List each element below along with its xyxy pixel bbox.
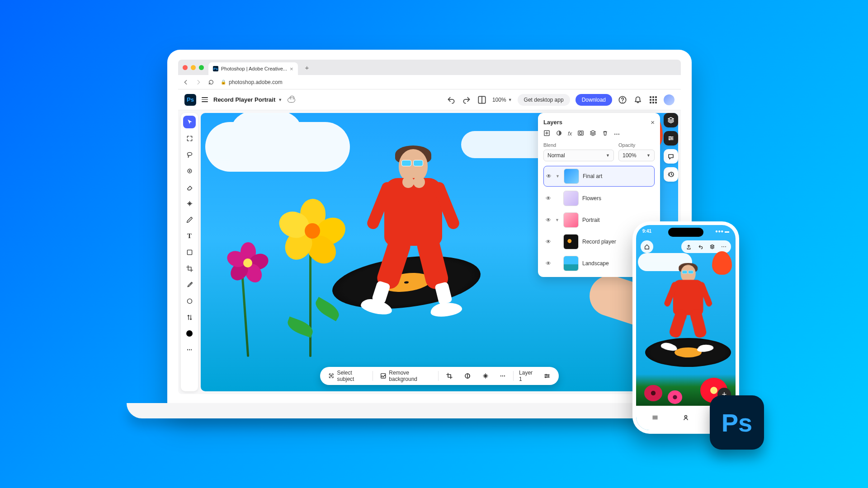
arrange-tool-icon[interactable] <box>183 311 196 324</box>
more-layer-actions-icon[interactable]: ⋯ <box>614 131 620 137</box>
canvas-art <box>644 385 662 401</box>
color-swatch[interactable] <box>183 327 196 340</box>
chevron-down-icon[interactable]: ▼ <box>555 218 560 222</box>
layer-mask-icon[interactable] <box>577 130 584 138</box>
chevron-down-icon[interactable]: ▼ <box>556 174 560 178</box>
url-text: photoshop.adobe.com <box>229 79 283 85</box>
shape-tool-icon[interactable] <box>183 246 196 258</box>
layers-panel-toggle-icon[interactable] <box>664 113 678 127</box>
canvas-art <box>712 251 732 275</box>
blend-mode-select[interactable]: Normal▼ <box>543 150 614 161</box>
layer-visibility-icon[interactable]: 👁 <box>546 173 552 179</box>
add-layer-icon[interactable] <box>543 130 550 138</box>
delete-layer-icon[interactable] <box>602 130 609 138</box>
crop-tool-icon[interactable] <box>183 262 196 275</box>
undo-icon[interactable] <box>446 95 456 105</box>
lasso-tool-icon[interactable] <box>183 148 196 161</box>
layer-row[interactable]: 👁 Flowers <box>543 188 655 208</box>
blend-label: Blend <box>543 142 614 148</box>
properties-panel-toggle-icon[interactable] <box>664 131 678 145</box>
more-tools-icon[interactable]: ⋯ <box>183 343 196 356</box>
layers-panel-title: Layers <box>543 119 562 126</box>
crop-quick-icon[interactable] <box>442 371 457 381</box>
layer-visibility-icon[interactable]: 👁 <box>545 195 552 202</box>
layout-toggle-icon[interactable] <box>477 95 487 105</box>
eyedropper-tool-icon[interactable] <box>183 278 196 291</box>
selection-tool-icon[interactable] <box>183 132 196 145</box>
layer-visibility-icon[interactable]: 👁 <box>545 217 552 223</box>
help-icon[interactable] <box>618 95 627 105</box>
browser-tab[interactable]: Ps Photoshop | Adobe Creative... × <box>208 62 298 75</box>
reload-icon[interactable] <box>208 79 214 85</box>
photoshop-app-icon: Ps <box>710 395 764 450</box>
phone-more-icon[interactable]: ⋯ <box>719 242 728 251</box>
close-tab-icon[interactable]: × <box>290 66 293 72</box>
select-subject-button[interactable]: Select subject <box>325 368 369 384</box>
address-field[interactable]: 🔒 photoshop.adobe.com <box>221 79 283 85</box>
zoom-select[interactable]: 100%▼ <box>492 97 512 103</box>
opacity-select[interactable]: 100%▼ <box>618 150 655 161</box>
new-tab-button[interactable]: + <box>305 64 309 71</box>
comments-panel-icon[interactable] <box>664 149 678 164</box>
phone-status-icons: ●●● ▬ <box>715 229 729 234</box>
ellipse-tool-icon[interactable] <box>183 295 196 307</box>
maximize-window-icon[interactable] <box>199 65 204 70</box>
tab-favicon: Ps <box>213 66 218 71</box>
laptop-frame: Ps Photoshop | Adobe Creative... × + 🔒 p… <box>167 50 692 411</box>
get-desktop-button[interactable]: Get desktop app <box>518 94 570 106</box>
cloud-sync-icon[interactable] <box>288 98 295 103</box>
download-button[interactable]: Download <box>576 94 612 106</box>
move-tool-icon[interactable] <box>183 116 196 128</box>
history-panel-icon[interactable] <box>664 167 678 182</box>
adjust-quick-icon[interactable] <box>460 371 475 381</box>
sparkle-tool-icon[interactable] <box>183 197 196 210</box>
minimize-window-icon[interactable] <box>191 65 196 70</box>
canvas-art <box>205 122 350 172</box>
document-title[interactable]: Record Player Portrait ▼ <box>213 96 282 103</box>
phone-undo-icon[interactable] <box>696 242 705 251</box>
layer-visibility-icon[interactable]: 👁 <box>545 239 552 245</box>
right-panel-strip <box>664 113 678 182</box>
phone-statusbar: 9:41 ●●● ▬ <box>642 229 729 234</box>
type-tool-icon[interactable]: T <box>183 230 196 242</box>
nav-forward-icon[interactable] <box>195 79 202 85</box>
layer-visibility-icon[interactable]: 👁 <box>545 260 552 267</box>
redo-icon[interactable] <box>462 95 472 105</box>
browser-tabstrip: Ps Photoshop | Adobe Creative... × + <box>178 60 681 75</box>
nav-back-icon[interactable] <box>183 79 189 85</box>
app-header: Ps Record Player Portrait ▼ 100%▼ Get de… <box>178 89 681 110</box>
close-window-icon[interactable] <box>183 65 188 70</box>
chevron-down-icon: ▼ <box>278 98 282 102</box>
layer-thumbnail <box>563 234 579 249</box>
phone-home-icon[interactable] <box>641 240 653 253</box>
properties-quick-icon[interactable] <box>540 371 554 381</box>
svg-point-21 <box>685 415 687 418</box>
layer-fx-icon[interactable]: fx <box>568 131 572 137</box>
svg-point-7 <box>330 375 332 376</box>
remove-background-button[interactable]: Remove background <box>377 368 435 384</box>
pen-tool-icon[interactable] <box>183 213 196 226</box>
layer-row[interactable]: 👁 ▼ Final art <box>543 166 655 187</box>
more-quick-icon[interactable]: ⋯ <box>496 371 509 381</box>
close-panel-icon[interactable]: × <box>651 118 655 126</box>
apps-grid-icon[interactable] <box>648 95 658 105</box>
phone-share-icon[interactable] <box>684 242 693 251</box>
remove-bg-icon <box>380 372 386 380</box>
menu-icon[interactable] <box>202 97 208 102</box>
browser-urlbar: 🔒 photoshop.adobe.com <box>178 75 681 89</box>
brush-tool-icon[interactable] <box>183 164 196 177</box>
user-avatar[interactable] <box>664 94 675 105</box>
layer-group-icon[interactable] <box>590 130 596 138</box>
lock-icon: 🔒 <box>221 80 226 84</box>
window-controls[interactable] <box>183 65 204 70</box>
app-logo[interactable]: Ps <box>184 94 196 106</box>
phone-tab-item[interactable] <box>651 414 659 422</box>
effects-quick-icon[interactable] <box>478 371 493 381</box>
phone-layers-icon[interactable] <box>708 242 717 251</box>
phone-tab-item[interactable] <box>682 414 689 422</box>
svg-point-4 <box>189 170 190 171</box>
adjustment-layer-icon[interactable] <box>556 130 562 138</box>
eraser-tool-icon[interactable] <box>183 181 196 193</box>
notifications-icon[interactable] <box>633 95 643 105</box>
workspace: T ⋯ <box>178 110 681 394</box>
